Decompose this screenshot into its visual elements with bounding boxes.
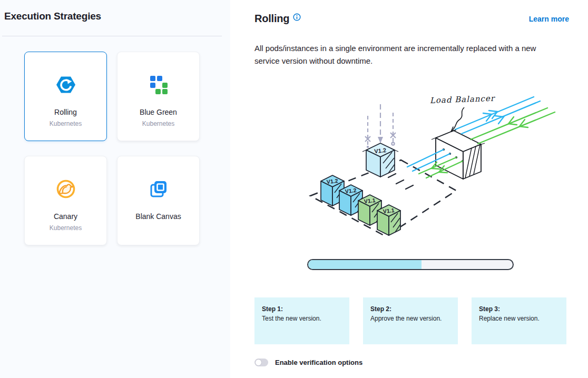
rolling-illustration: V1.2 V1.2 V1.2 V1.1 (296, 85, 570, 243)
pod-label: V1.1 (383, 207, 395, 214)
learn-more-link[interactable]: Learn more (529, 15, 569, 23)
info-icon[interactable] (293, 13, 301, 21)
strategy-card-rolling[interactable]: Rolling Kubernetes (24, 52, 107, 141)
panel-title: Execution Strategies (4, 11, 230, 22)
step-text: Test the new version. (262, 315, 342, 322)
canary-icon (55, 178, 76, 200)
strategy-card-grid: Rolling Kubernetes Blue Green Kubernetes (24, 52, 230, 245)
verification-toggle-label: Enable verification options (275, 359, 362, 366)
card-sublabel: Kubernetes (50, 120, 82, 127)
execution-strategies-screen: Execution Strategies Rolling Kubernetes (0, 0, 588, 378)
strategy-card-blank-canvas[interactable]: Blank Canvas (117, 156, 200, 245)
pod-label: V1.2 (326, 177, 338, 185)
detail-header: Rolling Learn more (254, 13, 569, 25)
load-balancer-label: Load Balancer (430, 94, 496, 105)
progress-bar (307, 259, 514, 270)
verification-toggle-row: Enable verification options (254, 359, 588, 366)
card-label: Blue Green (140, 108, 177, 116)
card-sublabel: Kubernetes (142, 120, 174, 127)
step-cards: Step 1: Test the new version. Step 2: Ap… (254, 297, 566, 344)
scaling-arrows (365, 104, 396, 148)
blank-canvas-icon (148, 178, 169, 200)
step-text: Approve the new version. (370, 315, 450, 322)
step-card-3: Step 3: Replace new version. (472, 297, 566, 344)
step-title: Step 1: (262, 305, 342, 313)
strategy-list-panel: Execution Strategies Rolling Kubernetes (0, 0, 230, 378)
strategy-description: All pods/instances in a single environme… (254, 42, 560, 67)
card-label: Blank Canvas (135, 212, 181, 221)
strategy-detail-panel: Rolling Learn more All pods/instances in… (230, 0, 588, 378)
pod-label: V1.2 (374, 147, 387, 154)
strategy-card-blue-green[interactable]: Blue Green Kubernetes (117, 52, 200, 141)
blue-green-icon (148, 74, 169, 95)
divider (2, 36, 222, 36)
step-title: Step 3: (479, 305, 559, 313)
detail-title: Rolling (254, 13, 289, 25)
pod-label: V1.1 (364, 197, 376, 204)
step-title: Step 2: (370, 305, 450, 313)
progress-fill (308, 260, 422, 269)
card-label: Canary (54, 212, 77, 221)
step-card-1: Step 1: Test the new version. (254, 297, 349, 344)
card-sublabel: Kubernetes (50, 224, 82, 232)
pod-cube-row: V1.2 V1.2 V1.1 V1.1 (321, 175, 400, 235)
step-card-2: Step 2: Approve the new version. (363, 297, 458, 344)
verification-toggle[interactable] (254, 359, 268, 366)
toggle-knob (255, 359, 262, 366)
card-label: Rolling (54, 108, 77, 116)
strategy-card-canary[interactable]: Canary Kubernetes (24, 156, 107, 245)
pod-label: V1.2 (345, 187, 357, 194)
pod-cube-new: V1.2 (362, 143, 398, 177)
step-text: Replace new version. (479, 315, 559, 322)
rolling-icon (55, 74, 76, 95)
